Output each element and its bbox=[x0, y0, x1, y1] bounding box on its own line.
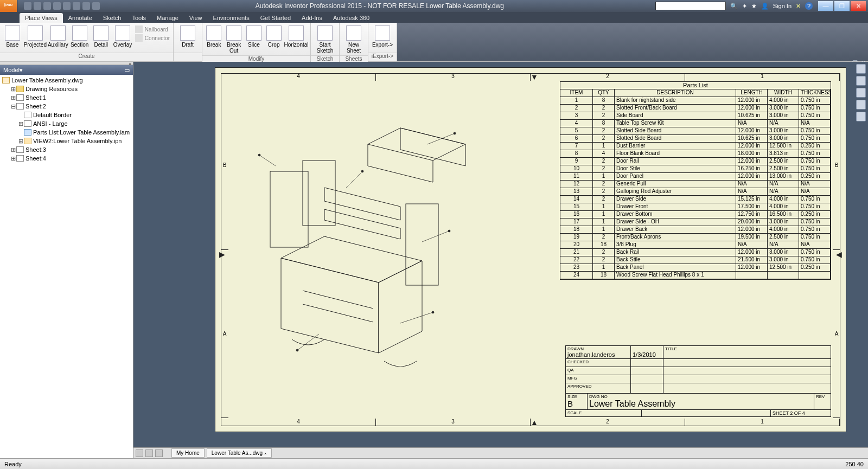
search-icon[interactable]: 🔍 bbox=[730, 3, 738, 10]
table-row[interactable]: 231Back Panel12.000 in12.500 in0.250 in bbox=[560, 264, 831, 272]
table-row[interactable]: 151Drawer Front17.500 in4.000 in0.750 in bbox=[560, 203, 831, 211]
table-row[interactable]: 71Dust Barrier12.000 in12.500 in0.250 in bbox=[560, 143, 831, 150]
table-row[interactable]: 102Door Stile16.250 in2.500 in0.750 in bbox=[560, 165, 831, 173]
table-row[interactable]: 181Drawer Back12.000 in4.000 in0.750 in bbox=[560, 226, 831, 234]
table-row[interactable]: 52Slotted Side Board12.000 in3.000 in0.7… bbox=[560, 127, 831, 135]
table-row[interactable]: 132Galloping Rod AdjusterN/AN/AN/A bbox=[560, 188, 831, 196]
dock-icon[interactable] bbox=[155, 449, 163, 457]
browser-opts-icon[interactable]: ▭ bbox=[124, 67, 130, 74]
tree-item[interactable]: ⊞Sheet:1 bbox=[0, 93, 133, 102]
signin-icon[interactable]: 👤 bbox=[761, 3, 769, 10]
window-maximize-button[interactable]: ❐ bbox=[834, 1, 850, 11]
tree-item[interactable]: ⊟Sheet:2 bbox=[0, 102, 133, 111]
dock-icon[interactable] bbox=[136, 449, 143, 457]
tab-place-views[interactable]: Place Views bbox=[20, 13, 63, 23]
qat-save-icon[interactable] bbox=[43, 2, 51, 10]
pan-icon[interactable] bbox=[856, 76, 866, 86]
star-icon[interactable]: ★ bbox=[751, 3, 757, 10]
ribbon-crop-button[interactable]: Crop bbox=[264, 24, 283, 48]
browser-tree[interactable]: Lower Table Assembly.dwg⊞Drawing Resourc… bbox=[0, 75, 133, 458]
table-row[interactable]: 62Slotted Side Board10.625 in3.000 in0.7… bbox=[560, 135, 831, 143]
tab-view[interactable]: View bbox=[184, 13, 208, 23]
qat-icon[interactable] bbox=[92, 2, 100, 10]
qat-icon[interactable] bbox=[82, 2, 90, 10]
qat-redo-icon[interactable] bbox=[63, 2, 71, 10]
table-row[interactable]: 222Back Stile21.500 in3.000 in0.750 in bbox=[560, 256, 831, 264]
titlebar: IPRO Autodesk Inventor Professional 2015… bbox=[0, 0, 868, 12]
table-row[interactable]: 92Door Rail12.000 in2.500 in0.750 in bbox=[560, 158, 831, 165]
favorites-icon[interactable]: ✦ bbox=[742, 3, 747, 10]
title-block[interactable]: DRAWN jonathan.landeros 1/3/2010 TITLE C… bbox=[565, 345, 831, 417]
ribbon-draft-button[interactable]: Draft bbox=[176, 24, 200, 48]
dock-icon[interactable] bbox=[145, 449, 153, 457]
table-row[interactable]: 48Table Top Screw KitN/AN/AN/A bbox=[560, 120, 831, 127]
chevron-down-icon[interactable]: ▾ bbox=[20, 67, 23, 74]
ribbon-start-sketch-button[interactable]: Start Sketch bbox=[313, 24, 337, 54]
tab-add-ins[interactable]: Add-Ins bbox=[296, 13, 328, 23]
quick-access-toolbar bbox=[20, 2, 104, 10]
ribbon-break-out-button[interactable]: Break Out bbox=[225, 24, 244, 54]
qat-new-icon[interactable] bbox=[24, 2, 31, 10]
sheet[interactable]: 4321 4321 BA BA ▼ ▲ ▶ ◀ bbox=[215, 67, 846, 432]
help-icon[interactable]: ? bbox=[805, 2, 813, 10]
table-row[interactable]: 142Drawer Side15.125 in4.000 in0.750 in bbox=[560, 196, 831, 203]
tree-item[interactable]: ⊞ANSI - Large bbox=[0, 119, 133, 128]
tab-manage[interactable]: Manage bbox=[151, 13, 184, 23]
tree-item[interactable]: ⊞Sheet:3 bbox=[0, 145, 133, 154]
ribbon-slice-button[interactable]: Slice bbox=[245, 24, 264, 48]
table-row[interactable]: 32Side Board10.625 in3.000 in0.750 in bbox=[560, 112, 831, 120]
tree-item[interactable]: ⊞Drawing Resources bbox=[0, 85, 133, 93]
tab-autodesk-360[interactable]: Autodesk 360 bbox=[328, 13, 375, 23]
window-minimize-button[interactable]: — bbox=[818, 1, 833, 11]
tree-item[interactable]: Parts List:Lower Table Assembly.iam bbox=[0, 128, 133, 137]
tab-annotate[interactable]: Annotate bbox=[63, 13, 98, 23]
ribbon-section-button[interactable]: Section bbox=[69, 24, 90, 48]
tab-environments[interactable]: Environments bbox=[208, 13, 255, 23]
parts-list-table[interactable]: Parts List ITEMQTYDESCRIPTIONLENGTHWIDTH… bbox=[560, 81, 831, 280]
lookat-icon[interactable] bbox=[856, 112, 866, 121]
help-search-input[interactable] bbox=[655, 2, 726, 10]
browser-header[interactable]: Model▾ ▭ bbox=[0, 65, 133, 75]
table-row[interactable]: 2418Wood Screw Flat Head Phillips 8 x 1 bbox=[560, 272, 831, 279]
app-icon[interactable]: IPRO bbox=[0, 0, 17, 14]
tab-get-started[interactable]: Get Started bbox=[255, 13, 296, 23]
table-row[interactable]: 192Front/Back Aprons19.500 in2.500 in0.7… bbox=[560, 234, 831, 241]
ribbon-new-sheet-button[interactable]: New Sheet bbox=[342, 24, 366, 54]
ribbon-export--button[interactable]: Export-> bbox=[371, 24, 394, 48]
tree-item[interactable]: ⊞VIEW2:Lower Table Assembly.ipn bbox=[0, 137, 133, 145]
ribbon-detail-button[interactable]: Detail bbox=[91, 24, 111, 48]
table-row[interactable]: 171Drawer Side - OH20.000 in3.000 in0.75… bbox=[560, 219, 831, 226]
qat-undo-icon[interactable] bbox=[53, 2, 61, 10]
tree-item[interactable]: Default Border bbox=[0, 111, 133, 119]
doc-tab[interactable]: My Home bbox=[171, 448, 205, 458]
ribbon-break-button[interactable]: Break bbox=[205, 24, 224, 48]
table-row[interactable]: 18Blank for nightstand side12.000 in4.00… bbox=[560, 97, 831, 105]
table-row[interactable]: 22Slotted Front/Back Board12.000 in3.000… bbox=[560, 105, 831, 112]
tree-root[interactable]: Lower Table Assembly.dwg bbox=[0, 76, 133, 85]
exchange-icon[interactable]: ✕ bbox=[796, 3, 801, 10]
window-close-button[interactable]: ✕ bbox=[851, 1, 866, 11]
nav-wheel-icon[interactable] bbox=[856, 64, 866, 74]
exploded-view[interactable] bbox=[238, 106, 498, 367]
table-row[interactable]: 122Generic PullN/AN/AN/A bbox=[560, 181, 831, 188]
signin-label[interactable]: Sign In bbox=[773, 3, 792, 9]
table-row[interactable]: 111Door Panel12.000 in13.000 in0.250 in bbox=[560, 173, 831, 181]
doc-tab[interactable]: Lower Table As...dwg × bbox=[207, 448, 272, 458]
zoom-icon[interactable] bbox=[856, 88, 866, 98]
drawing-canvas[interactable]: 4321 4321 BA BA ▼ ▲ ▶ ◀ bbox=[133, 62, 868, 447]
table-row[interactable]: 161Drawer Bottom12.750 in16.500 in0.250 … bbox=[560, 211, 831, 219]
ribbon-projected-button[interactable]: Projected bbox=[24, 24, 47, 48]
ribbon-auxiliary-button[interactable]: Auxiliary bbox=[48, 24, 68, 48]
qat-icon[interactable] bbox=[73, 2, 80, 10]
ribbon-horizontal-button[interactable]: Horizontal bbox=[284, 24, 308, 48]
tab-tools[interactable]: Tools bbox=[126, 13, 151, 23]
ribbon-overlay-button[interactable]: Overlay bbox=[112, 24, 133, 48]
qat-open-icon[interactable] bbox=[34, 2, 41, 10]
tab-sketch[interactable]: Sketch bbox=[98, 13, 127, 23]
table-row[interactable]: 212Back Rail12.000 in3.000 in0.750 in bbox=[560, 249, 831, 256]
ribbon-base-button[interactable]: Base bbox=[2, 24, 23, 48]
tree-item[interactable]: ⊞Sheet:4 bbox=[0, 154, 133, 163]
table-row[interactable]: 20183/8 PlugN/AN/AN/A bbox=[560, 241, 831, 249]
orbit-icon[interactable] bbox=[856, 100, 866, 110]
table-row[interactable]: 84Floor Blank Board18.000 in3.813 in0.75… bbox=[560, 150, 831, 158]
